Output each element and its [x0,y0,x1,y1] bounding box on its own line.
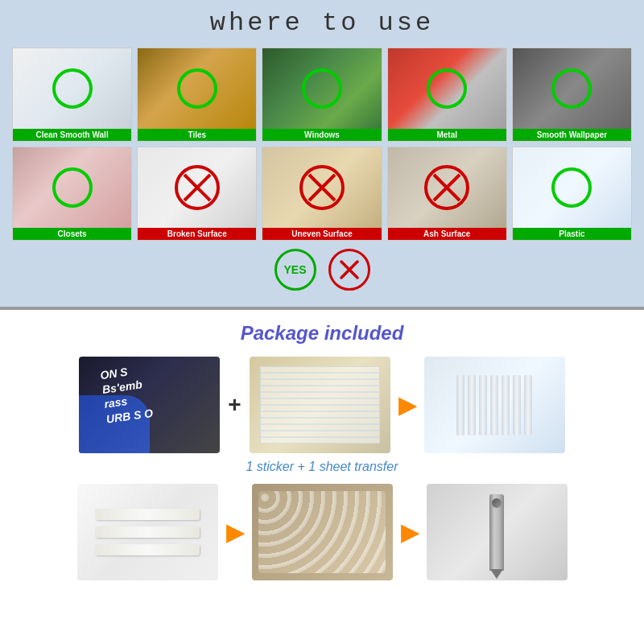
broken-indicator [173,163,221,212]
main-title: where to use [12,8,632,38]
plastic-image [513,147,631,228]
yes-indicator [302,68,342,109]
wallpaper-label: Smooth Wallpaper [513,129,631,141]
no-indicator [298,163,346,212]
strips-container [95,509,200,555]
yes-badge: YES [275,249,316,291]
grid-row-1: Clean Smooth Wall Tiles Windows Metal Sm [12,47,632,142]
metal-label: Metal [388,129,506,141]
transfer-image [250,357,390,453]
wallpaper-image [513,48,631,129]
closets-image [13,147,131,228]
ash-label: Ash Surface [388,228,506,240]
wall-label: Clean Smooth Wall [13,129,131,141]
tiles-image [138,48,256,129]
white-strips-image [77,484,218,580]
ash-image [388,147,506,228]
grid-item-uneven: Uneven Surface [262,147,382,241]
yes-indicator [551,167,592,208]
package-section: Package included ON S Bs'emb rass URB S … [0,310,644,599]
grid-item-ash: Ash Surface [387,147,507,241]
wall-image [13,48,131,129]
bubble-roll-image [252,484,393,580]
package-row-1: ON S Bs'emb rass URB S O + ▶ [16,357,628,453]
grid-row-2: Closets Broken Surface Unev [12,147,632,241]
grid-item-plastic: Plastic [512,147,632,241]
arrow-icon-3: ▶ [401,519,419,546]
rolled-image [424,357,565,453]
arrow-icon: ▶ [398,392,416,419]
yes-indicator [427,68,467,109]
plus-icon: + [228,392,241,418]
metal-image [388,48,506,129]
grid-item-wall: Clean Smooth Wall [12,47,132,142]
where-to-use-section: where to use Clean Smooth Wall Tiles Win… [0,0,644,307]
grid-item-windows: Windows [262,47,382,142]
grid-item-metal: Metal [387,47,507,142]
grid-item-tiles: Tiles [137,47,257,142]
plastic-label: Plastic [513,228,631,240]
yes-label: YES [283,263,306,276]
pen-image [427,484,568,580]
package-row-2: ▶ ▶ [16,484,628,580]
yes-indicator [177,68,217,109]
package-caption: 1 sticker + 1 sheet transfer [16,460,628,474]
broken-image [138,147,256,228]
uneven-image [262,147,381,228]
package-title: Package included [16,322,628,345]
uneven-label: Uneven Surface [262,228,381,240]
strip-3 [95,544,200,555]
tiles-label: Tiles [138,129,256,141]
windows-label: Windows [262,129,381,141]
grid-item-closets: Closets [12,147,132,241]
grid-item-wallpaper: Smooth Wallpaper [512,47,632,142]
broken-label: Broken Surface [138,228,256,240]
no-indicator [423,163,471,212]
no-badge [328,249,370,291]
yes-no-legend: YES [12,249,632,291]
strip-1 [95,509,200,520]
yes-indicator [551,68,592,109]
closets-label: Closets [13,228,131,240]
sticker-image: ON S Bs'emb rass URB S O [79,357,220,453]
arrow-icon-2: ▶ [226,519,244,546]
grid-item-broken: Broken Surface [137,147,257,241]
yes-indicator [52,68,93,109]
yes-indicator [52,167,93,208]
strip-2 [95,526,200,538]
windows-image [262,48,381,129]
no-icon [336,256,363,283]
